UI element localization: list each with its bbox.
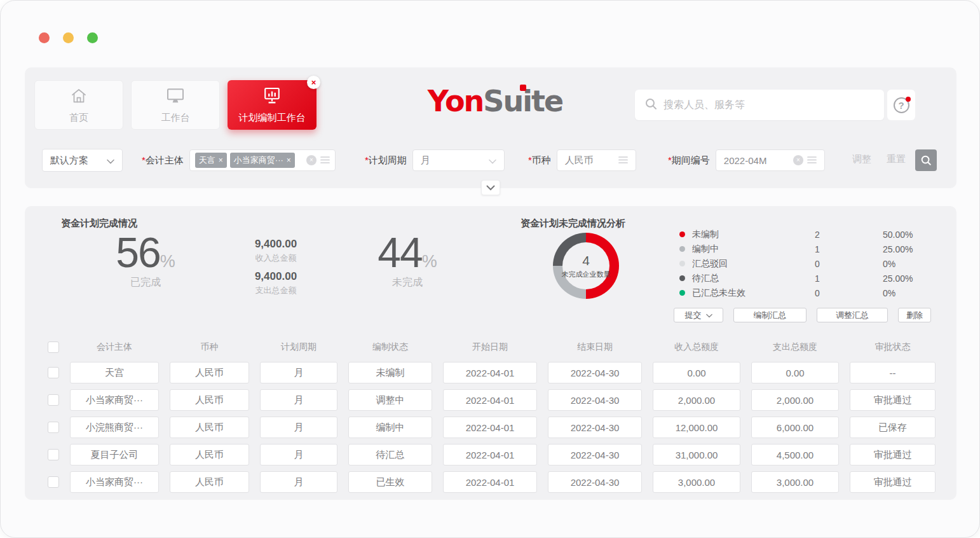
table-cell[interactable]: 月 bbox=[260, 362, 337, 383]
table-cell[interactable]: 0.00 bbox=[751, 362, 839, 383]
filter-tag[interactable]: 天言× bbox=[195, 153, 227, 168]
ref-list-icon[interactable] bbox=[807, 155, 817, 166]
table-cell[interactable]: 调整中 bbox=[348, 389, 432, 411]
table-cell[interactable]: 月 bbox=[260, 417, 337, 438]
table-cell[interactable]: 2,000.00 bbox=[653, 389, 740, 411]
table-cell[interactable]: 人民币 bbox=[170, 417, 249, 438]
collapse-filter-button[interactable] bbox=[481, 180, 500, 195]
zoom-window-button[interactable] bbox=[87, 32, 98, 43]
adjust-summary-button[interactable]: 调整汇总 bbox=[817, 308, 888, 322]
table-cell[interactable]: 2022-04-01 bbox=[443, 417, 537, 438]
period-select[interactable]: 月 bbox=[412, 149, 505, 171]
ref-list-icon[interactable] bbox=[320, 155, 330, 166]
filter-tag[interactable]: 小当家商贸···× bbox=[230, 153, 295, 168]
content-panel: 资金计划完成情况 56% 已完成 9,400.00 收入总金额 9,400.00… bbox=[25, 206, 956, 500]
undone-percent-block: 44% 未完成 bbox=[350, 231, 465, 289]
minimize-window-button[interactable] bbox=[63, 32, 74, 43]
row-checkbox[interactable] bbox=[48, 367, 59, 378]
table-cell[interactable]: 2022-04-30 bbox=[548, 417, 642, 438]
table-cell[interactable]: 月 bbox=[260, 389, 337, 411]
tab-home[interactable]: 首页 bbox=[34, 80, 123, 130]
table-cell[interactable]: 2,000.00 bbox=[751, 389, 839, 411]
legend-label: 待汇总 bbox=[692, 273, 815, 284]
column-header: 结束日期 bbox=[548, 341, 642, 353]
entity-multiselect[interactable]: 天言×小当家商贸···× × bbox=[189, 149, 336, 171]
clear-icon[interactable]: × bbox=[306, 155, 316, 165]
done-percent-block: 56% 已完成 bbox=[88, 231, 203, 289]
period-no-ref-input[interactable]: 2022-04M × bbox=[716, 149, 825, 171]
table-cell[interactable]: 编制中 bbox=[348, 417, 432, 438]
done-percent-label: 已完成 bbox=[88, 276, 203, 289]
chevron-down-icon bbox=[706, 310, 712, 320]
table-cell[interactable]: 2022-04-01 bbox=[443, 471, 537, 493]
completion-title: 资金计划完成情况 bbox=[61, 217, 137, 230]
table-cell[interactable]: 已保存 bbox=[850, 417, 936, 438]
table-cell[interactable]: 已生效 bbox=[348, 471, 432, 493]
column-header: 开始日期 bbox=[443, 341, 537, 353]
table-cell[interactable]: 审批通过 bbox=[850, 444, 936, 466]
table-cell[interactable]: 待汇总 bbox=[348, 444, 432, 466]
table-cell[interactable]: 天宫 bbox=[70, 362, 159, 383]
row-checkbox[interactable] bbox=[48, 476, 59, 488]
table-cell[interactable]: 人民币 bbox=[170, 471, 249, 493]
legend-percent: 0% bbox=[883, 259, 940, 269]
table-cell[interactable]: 2022-04-01 bbox=[443, 389, 537, 411]
filter-search-button[interactable] bbox=[915, 149, 937, 171]
table-cell[interactable]: 2022-04-30 bbox=[548, 389, 642, 411]
table-cell[interactable]: 2022-04-30 bbox=[548, 444, 642, 466]
table-cell[interactable]: 2022-04-01 bbox=[443, 444, 537, 466]
row-checkbox[interactable] bbox=[48, 422, 59, 433]
remove-tag-icon[interactable]: × bbox=[287, 156, 291, 165]
table-cell[interactable]: 小当家商贸··· bbox=[70, 471, 159, 493]
table-cell[interactable]: 0.00 bbox=[653, 362, 740, 383]
table-cell[interactable]: 2022-04-30 bbox=[548, 471, 642, 493]
monitor-icon bbox=[165, 86, 186, 107]
row-checkbox[interactable] bbox=[48, 394, 59, 406]
button-label: 编制汇总 bbox=[754, 310, 787, 321]
row-checkbox[interactable] bbox=[48, 449, 59, 460]
table-cell[interactable]: 月 bbox=[260, 444, 337, 466]
search-input[interactable] bbox=[664, 99, 875, 111]
table-row: 小当家商贸···人民币月调整中2022-04-012022-04-302,000… bbox=[48, 389, 936, 411]
close-tab-icon[interactable]: × bbox=[307, 76, 320, 89]
ref-list-icon[interactable] bbox=[618, 155, 628, 166]
table-cell[interactable]: 人民币 bbox=[170, 362, 249, 383]
table-cell[interactable]: 12,000.00 bbox=[653, 417, 740, 438]
tab-plan-workbench[interactable]: 计划编制工作台 × bbox=[228, 80, 316, 130]
period-no-value: 2022-04M bbox=[724, 155, 789, 166]
table-cell[interactable]: 月 bbox=[260, 471, 337, 493]
clear-icon[interactable]: × bbox=[793, 155, 803, 165]
close-window-button[interactable] bbox=[39, 32, 50, 43]
table-cell[interactable]: 2022-04-01 bbox=[443, 362, 537, 383]
search-icon bbox=[920, 155, 932, 166]
select-all-checkbox[interactable] bbox=[48, 341, 59, 353]
table-cell[interactable]: 31,000.00 bbox=[653, 444, 740, 466]
table-cell[interactable]: 人民币 bbox=[170, 444, 249, 466]
reset-link[interactable]: 重置 bbox=[887, 153, 906, 165]
compile-summary-button[interactable]: 编制汇总 bbox=[733, 308, 806, 322]
table-cell[interactable]: 小当家商贸··· bbox=[70, 389, 159, 411]
tab-workbench[interactable]: 工作台 bbox=[131, 80, 220, 130]
donut-center-label: 未完成企业数量 bbox=[562, 270, 611, 279]
table-cell[interactable]: 6,000.00 bbox=[751, 417, 839, 438]
table-cell[interactable]: 4,500.00 bbox=[751, 444, 839, 466]
help-button[interactable]: ? bbox=[887, 90, 915, 120]
filter-tag-label: 小当家商贸··· bbox=[234, 155, 283, 166]
remove-tag-icon[interactable]: × bbox=[219, 156, 223, 165]
table-cell[interactable]: -- bbox=[850, 362, 936, 383]
table-cell[interactable]: 3,000.00 bbox=[751, 471, 839, 493]
adjust-link[interactable]: 调整 bbox=[852, 153, 871, 165]
table-cell[interactable]: 人民币 bbox=[170, 389, 249, 411]
scheme-select[interactable]: 默认方案 bbox=[42, 149, 123, 172]
currency-ref-input[interactable]: 人民币 bbox=[557, 149, 636, 171]
table-cell[interactable]: 小浣熊商贸··· bbox=[70, 417, 159, 438]
table-cell[interactable]: 审批通过 bbox=[850, 471, 936, 493]
legend-percent: 25.00% bbox=[883, 244, 940, 254]
delete-button[interactable]: 删除 bbox=[898, 308, 931, 322]
table-cell[interactable]: 3,000.00 bbox=[653, 471, 740, 493]
table-cell[interactable]: 未编制 bbox=[348, 362, 432, 383]
table-cell[interactable]: 审批通过 bbox=[850, 389, 936, 411]
table-cell[interactable]: 夏目子公司 bbox=[70, 444, 159, 466]
table-cell[interactable]: 2022-04-30 bbox=[548, 362, 642, 383]
submit-button[interactable]: 提交 bbox=[674, 308, 723, 322]
